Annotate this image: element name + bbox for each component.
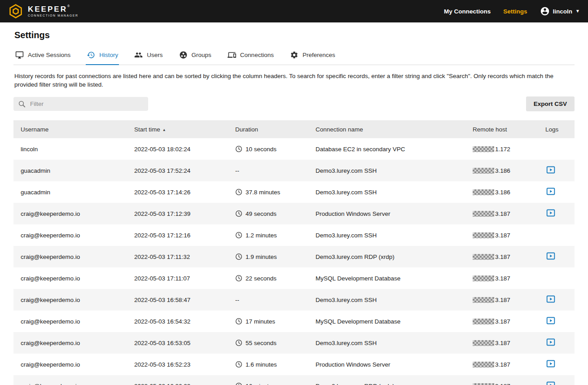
- duration-text: 49 seconds: [246, 210, 276, 217]
- brand-name: KEEPER: [28, 5, 67, 13]
- cell-duration: 1.2 minutes: [228, 232, 308, 239]
- remote-host-suffix: 3.187: [495, 254, 510, 260]
- clock-icon: [235, 361, 242, 368]
- cell-remote-host: 3.187: [465, 340, 538, 346]
- play-recording-button[interactable]: [545, 337, 556, 347]
- table-row: craig@keeperdemo.io 2022-05-03 17:11:07 …: [13, 267, 575, 289]
- play-recording-button[interactable]: [545, 294, 556, 304]
- clock-icon: [235, 253, 242, 260]
- table-row: craig@keeperdemo.io 2022-05-03 17:12:16 …: [13, 224, 575, 246]
- cell-duration: --: [228, 167, 308, 174]
- play-recording-button[interactable]: [545, 208, 556, 218]
- play-recording-button[interactable]: [545, 187, 556, 196]
- remote-host-suffix: 3.187: [495, 297, 510, 303]
- cell-logs: [538, 359, 575, 370]
- account-icon: [540, 6, 550, 16]
- column-header-remote-host[interactable]: Remote host: [465, 126, 538, 133]
- cell-username: craig@keeperdemo.io: [13, 232, 127, 239]
- nav-my-connections[interactable]: My Connections: [444, 8, 491, 15]
- clock-icon: [235, 318, 242, 325]
- cell-duration: 10 seconds: [228, 145, 308, 153]
- filter-row: Export CSV: [13, 96, 575, 111]
- cell-start-time: 2022-05-03 16:52:23: [127, 361, 228, 368]
- cell-remote-host: 3.187: [465, 297, 538, 303]
- redacted-ip: [473, 189, 494, 195]
- clock-icon: [235, 232, 242, 239]
- cell-start-time: 2022-05-03 17:14:26: [127, 189, 228, 196]
- tab-history[interactable]: History: [86, 46, 119, 65]
- column-header-start-time[interactable]: Start time▲: [127, 126, 228, 133]
- filter-box[interactable]: [13, 97, 148, 111]
- tab-connections[interactable]: Connections: [227, 46, 275, 65]
- clock-icon: [235, 188, 242, 196]
- cell-start-time: 2022-05-03 17:12:39: [127, 210, 228, 217]
- tab-active-sessions[interactable]: Active Sessions: [14, 46, 71, 65]
- column-header-connection-name[interactable]: Connection name: [308, 126, 465, 133]
- redacted-ip: [473, 297, 494, 303]
- remote-host-suffix: 1.172: [495, 146, 510, 153]
- cell-username: lincoln: [13, 146, 127, 153]
- topbar: KEEPER® CONNECTION MANAGER My Connection…: [0, 0, 588, 22]
- cell-connection-name: Demo3.lurey.com SSH: [308, 232, 465, 239]
- history-icon: [87, 51, 95, 59]
- cell-remote-host: 3.187: [465, 232, 538, 239]
- tab-preferences[interactable]: Preferences: [289, 46, 336, 65]
- redacted-ip: [473, 383, 494, 385]
- column-header-duration[interactable]: Duration: [228, 126, 308, 133]
- cell-logs: [538, 316, 575, 327]
- cell-start-time: 2022-05-03 16:36:23: [127, 383, 228, 385]
- cell-username: craig@keeperdemo.io: [13, 383, 127, 385]
- remote-host-suffix: 3.187: [495, 383, 510, 385]
- cell-connection-name: Demo3.lurey.com RDP (xrdp): [308, 383, 465, 385]
- table-row: craig@keeperdemo.io 2022-05-03 17:11:32 …: [13, 246, 575, 267]
- filter-input[interactable]: [30, 101, 144, 107]
- cell-connection-name: Demo3.lurey.com SSH: [308, 297, 465, 303]
- table-row: craig@keeperdemo.io 2022-05-03 16:54:32 …: [13, 311, 575, 332]
- redacted-ip: [473, 319, 494, 324]
- table-row: craig@keeperdemo.io 2022-05-03 16:53:05 …: [13, 332, 575, 354]
- export-csv-button[interactable]: Export CSV: [526, 96, 575, 111]
- cell-username: guacadmin: [13, 189, 127, 196]
- cell-connection-name: Demo3.lurey.com SSH: [308, 189, 465, 196]
- gear-icon: [290, 51, 298, 59]
- groups-icon: [179, 51, 188, 59]
- redacted-ip: [473, 254, 494, 260]
- nav-settings[interactable]: Settings: [503, 8, 527, 15]
- clock-icon: [235, 145, 242, 153]
- tabs: Active Sessions History Users Groups Con…: [13, 46, 575, 65]
- cell-logs: [538, 187, 575, 197]
- cell-username: craig@keeperdemo.io: [13, 318, 127, 325]
- play-recording-button[interactable]: [545, 316, 556, 325]
- cell-duration: 22 seconds: [228, 275, 308, 282]
- duration-text: 22 seconds: [246, 275, 276, 282]
- cell-username: craig@keeperdemo.io: [13, 275, 127, 282]
- cell-start-time: 2022-05-03 17:11:07: [127, 275, 228, 282]
- tab-groups[interactable]: Groups: [178, 46, 212, 65]
- cell-duration: 1.6 minutes: [228, 361, 308, 368]
- cell-connection-name: MySQL Development Database: [308, 275, 465, 282]
- duration-text: 55 seconds: [246, 340, 276, 346]
- table-row: craig@keeperdemo.io 2022-05-03 16:36:23 …: [13, 375, 575, 385]
- user-menu[interactable]: lincoln ▼: [540, 6, 580, 16]
- duration-text: 17 minutes: [246, 318, 275, 325]
- duration-text: 37.8 minutes: [246, 189, 280, 196]
- sort-asc-icon: ▲: [162, 128, 166, 132]
- cell-duration: 55 seconds: [228, 339, 308, 346]
- cell-duration: --: [228, 297, 308, 303]
- remote-host-suffix: 3.187: [495, 232, 510, 239]
- column-header-logs: Logs: [538, 126, 575, 133]
- cell-logs: [538, 337, 575, 348]
- tab-users[interactable]: Users: [133, 46, 163, 65]
- cell-remote-host: 1.172: [465, 146, 538, 153]
- cell-username: craig@keeperdemo.io: [13, 297, 127, 303]
- play-recording-button[interactable]: [545, 359, 556, 368]
- play-recording-button[interactable]: [545, 165, 556, 175]
- remote-host-suffix: 3.187: [495, 210, 510, 217]
- play-recording-button[interactable]: [545, 251, 556, 261]
- column-header-username[interactable]: Username: [13, 126, 127, 133]
- brand[interactable]: KEEPER® CONNECTION MANAGER: [8, 4, 79, 19]
- redacted-ip: [473, 211, 494, 217]
- brand-registered-mark: ®: [67, 4, 70, 8]
- cell-connection-name: Database EC2 in secondary VPC: [308, 146, 465, 153]
- play-recording-button[interactable]: [545, 381, 556, 385]
